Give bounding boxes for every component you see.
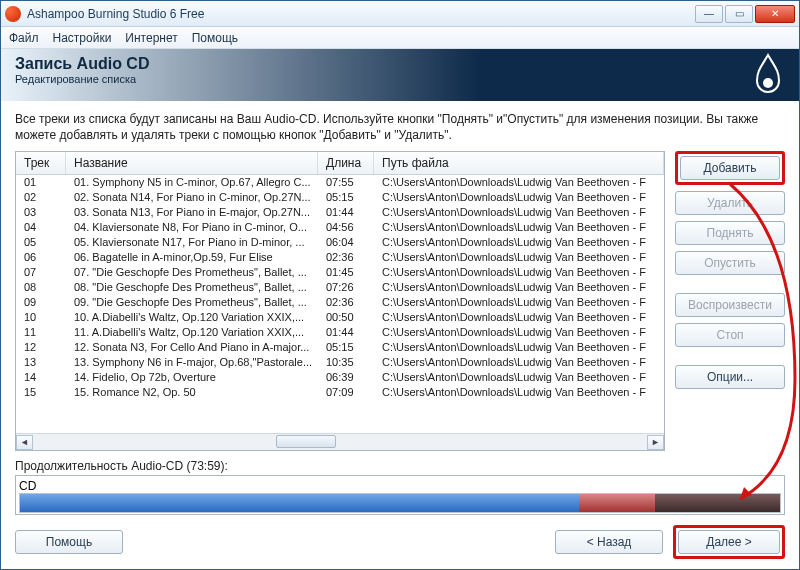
table-row[interactable]: 0505. Klaviersonate N17, For Piano in D-…	[16, 235, 664, 250]
table-row[interactable]: 1212. Sonata N3, For Cello And Piano in …	[16, 340, 664, 355]
table-row[interactable]: 0808. "Die Geschopfe Des Prometheus", Ba…	[16, 280, 664, 295]
duration-label: Продолжительность Audio-CD (73:59):	[15, 459, 785, 473]
window-controls: — ▭ ✕	[695, 5, 795, 23]
timeline: CD 00мин20мин40мин60мин80мин	[15, 475, 785, 515]
close-button[interactable]: ✕	[755, 5, 795, 23]
next-button[interactable]: Далее >	[678, 530, 780, 554]
table-row[interactable]: 1313. Symphony N6 in F-major, Op.68,"Pas…	[16, 355, 664, 370]
menubar: Файл Настройки Интернет Помощь	[1, 27, 799, 49]
play-button[interactable]: Воспроизвести	[675, 293, 785, 317]
scroll-left-icon[interactable]: ◄	[16, 435, 33, 450]
tick-label: 60мин	[569, 514, 598, 515]
delete-button[interactable]: Удалить	[675, 191, 785, 215]
tick-label: 20мин	[202, 514, 231, 515]
stop-button[interactable]: Стоп	[675, 323, 785, 347]
down-button[interactable]: Опустить	[675, 251, 785, 275]
cd-marker: CD	[19, 479, 36, 493]
table-row[interactable]: 0303. Sonata N13, For Piano in E-major, …	[16, 205, 664, 220]
page-header: Запись Audio CD Редактирование списка	[1, 49, 799, 101]
list-header: Трек Название Длина Путь файла	[16, 152, 664, 175]
flame-icon	[751, 53, 785, 97]
table-row[interactable]: 0909. "Die Geschopfe Des Prometheus", Ba…	[16, 295, 664, 310]
menu-settings[interactable]: Настройки	[53, 31, 112, 45]
menu-internet[interactable]: Интернет	[125, 31, 177, 45]
table-row[interactable]: 0101. Symphony N5 in C-minor, Op.67, All…	[16, 175, 664, 190]
timeline-beyond	[655, 494, 780, 512]
minimize-button[interactable]: —	[695, 5, 723, 23]
horizontal-scrollbar[interactable]: ◄ ►	[16, 433, 664, 450]
page-subtitle: Редактирование списка	[15, 73, 785, 85]
col-track[interactable]: Трек	[16, 152, 66, 174]
col-path[interactable]: Путь файла	[374, 152, 664, 174]
add-button[interactable]: Добавить	[680, 156, 780, 180]
tick-label: 40мин	[385, 514, 414, 515]
table-row[interactable]: 0606. Bagatelle in A-minor,Op.59, Fur El…	[16, 250, 664, 265]
table-row[interactable]: 0404. Klaviersonate N8, For Piano in C-m…	[16, 220, 664, 235]
scroll-thumb[interactable]	[276, 435, 336, 448]
timeline-ticks: 00мин20мин40мин60мин80мин	[19, 513, 781, 515]
side-buttons: Добавить Удалить Поднять Опустить Воспро…	[675, 151, 785, 451]
content: Все треки из списка будут записаны на Ва…	[1, 101, 799, 567]
help-button[interactable]: Помощь	[15, 530, 123, 554]
list-body[interactable]: 0101. Symphony N5 in C-minor, Op.67, All…	[16, 175, 664, 433]
description-text: Все треки из списка будут записаны на Ва…	[15, 111, 785, 143]
timeline-bar	[19, 493, 781, 513]
highlight-next: Далее >	[673, 525, 785, 559]
page-title: Запись Audio CD	[15, 55, 785, 73]
col-length[interactable]: Длина	[318, 152, 374, 174]
col-name[interactable]: Название	[66, 152, 318, 174]
table-row[interactable]: 1010. A.Diabelli's Waltz, Op.120 Variati…	[16, 310, 664, 325]
scroll-right-icon[interactable]: ►	[647, 435, 664, 450]
svg-point-0	[763, 78, 773, 88]
table-row[interactable]: 1111. A.Diabelli's Waltz, Op.120 Variati…	[16, 325, 664, 340]
menu-file[interactable]: Файл	[9, 31, 39, 45]
timeline-fill	[20, 494, 579, 512]
app-window: Ashampoo Burning Studio 6 Free — ▭ ✕ Фай…	[0, 0, 800, 570]
highlight-add: Добавить	[675, 151, 785, 185]
up-button[interactable]: Поднять	[675, 221, 785, 245]
timeline-overflow	[579, 494, 655, 512]
table-row[interactable]: 1414. Fidelio, Op 72b, Overture06:39C:\U…	[16, 370, 664, 385]
options-button[interactable]: Опции...	[675, 365, 785, 389]
tick-label: 80мин	[752, 514, 781, 515]
footer: Помощь < Назад Далее >	[15, 525, 785, 559]
table-row[interactable]: 0707. "Die Geschopfe Des Prometheus", Ba…	[16, 265, 664, 280]
tick-label: 00мин	[19, 514, 48, 515]
window-title: Ashampoo Burning Studio 6 Free	[27, 7, 695, 21]
table-row[interactable]: 1515. Romance N2, Op. 5007:09C:\Users\An…	[16, 385, 664, 400]
maximize-button[interactable]: ▭	[725, 5, 753, 23]
back-button[interactable]: < Назад	[555, 530, 663, 554]
menu-help[interactable]: Помощь	[192, 31, 238, 45]
track-list: Трек Название Длина Путь файла 0101. Sym…	[15, 151, 665, 451]
table-row[interactable]: 0202. Sonata N14, For Piano in C-minor, …	[16, 190, 664, 205]
app-icon	[5, 6, 21, 22]
titlebar: Ashampoo Burning Studio 6 Free — ▭ ✕	[1, 1, 799, 27]
